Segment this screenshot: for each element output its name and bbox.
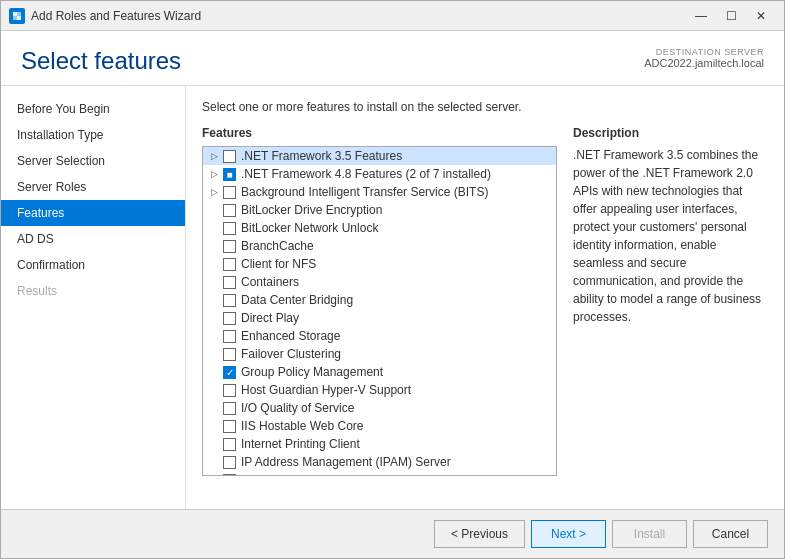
feature-checkbox[interactable] bbox=[223, 420, 236, 433]
sidebar-item-before-you-begin[interactable]: Before You Begin bbox=[1, 96, 185, 122]
list-item[interactable]: ▷ .NET Framework 3.5 Features bbox=[203, 147, 556, 165]
feature-checkbox[interactable] bbox=[223, 294, 236, 307]
footer: < Previous Next > Install Cancel bbox=[1, 509, 784, 558]
description-label: Description bbox=[573, 126, 768, 140]
svg-rect-1 bbox=[17, 12, 21, 16]
expand-icon[interactable]: ▷ bbox=[207, 167, 221, 181]
list-item[interactable]: Host Guardian Hyper-V Support bbox=[203, 381, 556, 399]
main-wrapper: Select features DESTINATION SERVER ADC20… bbox=[1, 31, 784, 558]
sidebar-item-ad-ds[interactable]: AD DS bbox=[1, 226, 185, 252]
destination-server-value: ADC2022.jamiltech.local bbox=[644, 57, 764, 69]
feature-checkbox[interactable]: ■ bbox=[223, 168, 236, 181]
description-panel: Description .NET Framework 3.5 combines … bbox=[573, 126, 768, 495]
feature-label: BranchCache bbox=[241, 239, 314, 253]
list-item[interactable]: Direct Play bbox=[203, 309, 556, 327]
feature-checkbox[interactable] bbox=[223, 276, 236, 289]
expand-icon-empty bbox=[207, 293, 221, 307]
previous-button[interactable]: < Previous bbox=[434, 520, 525, 548]
install-button[interactable]: Install bbox=[612, 520, 687, 548]
list-item[interactable]: Data Center Bridging bbox=[203, 291, 556, 309]
list-item[interactable]: BitLocker Network Unlock bbox=[203, 219, 556, 237]
body-area: Before You Begin Installation Type Serve… bbox=[1, 86, 784, 509]
feature-label: .NET Framework 3.5 Features bbox=[241, 149, 402, 163]
list-item[interactable]: Internet Printing Client bbox=[203, 435, 556, 453]
feature-checkbox[interactable] bbox=[223, 456, 236, 469]
features-list: ▷ .NET Framework 3.5 Features ▷ ■ .NET F… bbox=[203, 147, 556, 476]
svg-rect-3 bbox=[17, 16, 21, 20]
feature-checkbox[interactable] bbox=[223, 402, 236, 415]
feature-label: Background Intelligent Transfer Service … bbox=[241, 185, 488, 199]
destination-server-label: DESTINATION SERVER bbox=[644, 47, 764, 57]
header: Select features DESTINATION SERVER ADC20… bbox=[1, 31, 784, 86]
expand-icon-empty bbox=[207, 419, 221, 433]
feature-checkbox[interactable] bbox=[223, 240, 236, 253]
description-text: .NET Framework 3.5 combines the power of… bbox=[573, 146, 768, 326]
feature-checkbox[interactable] bbox=[223, 438, 236, 451]
maximize-button[interactable]: ☐ bbox=[716, 1, 746, 31]
list-item[interactable]: ✓ Group Policy Management bbox=[203, 363, 556, 381]
expand-icon[interactable]: ▷ bbox=[207, 185, 221, 199]
expand-icon-empty bbox=[207, 311, 221, 325]
expand-icon-empty bbox=[207, 203, 221, 217]
list-item[interactable]: ▷ ■ .NET Framework 4.8 Features (2 of 7 … bbox=[203, 165, 556, 183]
next-button[interactable]: Next > bbox=[531, 520, 606, 548]
feature-checkbox[interactable] bbox=[223, 222, 236, 235]
expand-icon-empty bbox=[207, 257, 221, 271]
feature-checkbox[interactable] bbox=[223, 330, 236, 343]
list-item[interactable]: Containers bbox=[203, 273, 556, 291]
minimize-button[interactable]: — bbox=[686, 1, 716, 31]
feature-label: Client for NFS bbox=[241, 257, 316, 271]
feature-label: I/O Quality of Service bbox=[241, 401, 354, 415]
feature-label: Data Center Bridging bbox=[241, 293, 353, 307]
list-item[interactable]: IP Address Management (IPAM) Server bbox=[203, 453, 556, 471]
feature-checkbox[interactable]: ✓ bbox=[223, 366, 236, 379]
list-item[interactable]: Client for NFS bbox=[203, 255, 556, 273]
feature-checkbox[interactable] bbox=[223, 258, 236, 271]
expand-icon-empty bbox=[207, 383, 221, 397]
feature-label: Containers bbox=[241, 275, 299, 289]
sidebar-item-server-roles[interactable]: Server Roles bbox=[1, 174, 185, 200]
feature-checkbox[interactable] bbox=[223, 204, 236, 217]
list-item[interactable]: I/O Quality of Service bbox=[203, 399, 556, 417]
list-item[interactable]: ▷ Background Intelligent Transfer Servic… bbox=[203, 183, 556, 201]
sidebar: Before You Begin Installation Type Serve… bbox=[1, 86, 186, 509]
sidebar-item-installation-type[interactable]: Installation Type bbox=[1, 122, 185, 148]
expand-icon-empty bbox=[207, 239, 221, 253]
feature-label: IP Address Management (IPAM) Server bbox=[241, 455, 451, 469]
feature-label: Group Policy Management bbox=[241, 365, 383, 379]
feature-checkbox[interactable] bbox=[223, 186, 236, 199]
feature-checkbox[interactable] bbox=[223, 150, 236, 163]
list-item[interactable]: Failover Clustering bbox=[203, 345, 556, 363]
list-item[interactable]: IIS Hostable Web Core bbox=[203, 417, 556, 435]
list-item[interactable]: BitLocker Drive Encryption bbox=[203, 201, 556, 219]
instruction-text: Select one or more features to install o… bbox=[202, 100, 768, 114]
feature-checkbox[interactable] bbox=[223, 348, 236, 361]
cancel-button[interactable]: Cancel bbox=[693, 520, 768, 548]
features-list-container[interactable]: ▷ .NET Framework 3.5 Features ▷ ■ .NET F… bbox=[202, 146, 557, 476]
feature-checkbox[interactable] bbox=[223, 384, 236, 397]
close-button[interactable]: ✕ bbox=[746, 1, 776, 31]
expand-icon-empty bbox=[207, 473, 221, 476]
feature-label: IIS Hostable Web Core bbox=[241, 419, 364, 433]
feature-checkbox[interactable] bbox=[223, 474, 236, 477]
sidebar-item-features[interactable]: Features bbox=[1, 200, 185, 226]
expand-icon-empty bbox=[207, 275, 221, 289]
wizard-window: Add Roles and Features Wizard — ☐ ✕ Sele… bbox=[0, 0, 785, 559]
page-title: Select features bbox=[21, 47, 181, 75]
expand-icon[interactable]: ▷ bbox=[207, 149, 221, 163]
feature-label: BitLocker Network Unlock bbox=[241, 221, 378, 235]
expand-icon-empty bbox=[207, 401, 221, 415]
feature-label: LPR Port Monitor bbox=[241, 473, 333, 476]
feature-checkbox[interactable] bbox=[223, 312, 236, 325]
features-panel: Features ▷ .NET Framework 3.5 Features bbox=[202, 126, 557, 495]
expand-icon-empty bbox=[207, 329, 221, 343]
feature-label: Enhanced Storage bbox=[241, 329, 340, 343]
list-item[interactable]: Enhanced Storage bbox=[203, 327, 556, 345]
list-item[interactable]: BranchCache bbox=[203, 237, 556, 255]
sidebar-item-server-selection[interactable]: Server Selection bbox=[1, 148, 185, 174]
svg-rect-2 bbox=[13, 16, 17, 20]
sidebar-item-confirmation[interactable]: Confirmation bbox=[1, 252, 185, 278]
list-item[interactable]: LPR Port Monitor bbox=[203, 471, 556, 476]
expand-icon-empty bbox=[207, 221, 221, 235]
expand-icon-empty bbox=[207, 347, 221, 361]
